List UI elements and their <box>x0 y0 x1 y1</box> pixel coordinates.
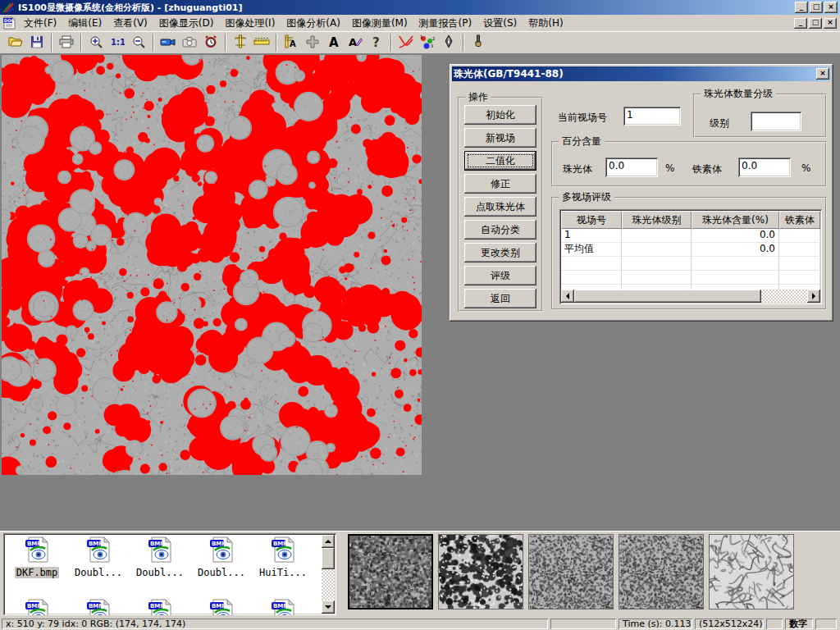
caliper-measure-button[interactable] <box>230 33 251 53</box>
print-button[interactable] <box>56 33 77 53</box>
file-item-row2-0[interactable]: BMP <box>7 599 67 615</box>
file-list-vscrollbar[interactable] <box>322 535 335 614</box>
timer-button[interactable] <box>200 33 221 53</box>
ruler-button[interactable] <box>251 33 272 53</box>
zoom-in-icon <box>89 35 103 51</box>
zoom-out-button[interactable] <box>128 33 149 53</box>
table-column-2[interactable]: 珠光体含量(%) <box>692 211 779 229</box>
zoom-out-icon <box>132 35 145 51</box>
help-button[interactable]: ? <box>366 33 387 53</box>
table-hscrollbar[interactable] <box>561 290 820 303</box>
file-item-4[interactable]: BMPHuiTi... <box>253 536 313 578</box>
op-button-4[interactable]: 点取珠光体 <box>464 197 536 217</box>
grade-group-legend: 珠光体数量分级 <box>701 88 776 100</box>
scroll-left-button[interactable] <box>561 290 574 303</box>
mdi-minimize-button[interactable]: _ <box>794 18 807 29</box>
menu-item-0[interactable]: 文件(F) <box>18 15 62 32</box>
file-item-row2-2[interactable]: BMP <box>130 599 190 615</box>
measure-annotate-button[interactable]: A <box>281 33 302 53</box>
table-row-1[interactable]: 平均值0.0 <box>561 243 820 257</box>
preview-thumbnail-0[interactable] <box>348 534 433 609</box>
dialog-titlebar[interactable]: 珠光体(GB/T9441-88) × <box>452 66 831 81</box>
scroll-right-button[interactable] <box>807 290 820 303</box>
snapshot-button[interactable] <box>179 33 200 53</box>
table-column-3[interactable]: 铁素体 <box>779 211 820 229</box>
table-row-2[interactable] <box>561 257 820 271</box>
window-titlebar: IS100显微摄像系统(金相分析版) - [zhuguangti01] _ □ … <box>0 0 840 15</box>
vscroll-track[interactable] <box>322 548 335 600</box>
scroll-down-button[interactable] <box>322 600 335 614</box>
application-window: IS100显微摄像系统(金相分析版) - [zhuguangti01] _ □ … <box>0 0 840 630</box>
op-button-3[interactable]: 修正 <box>464 174 536 194</box>
table-column-1[interactable]: 珠光体级别 <box>622 211 692 229</box>
pearlite-percent-input[interactable]: 0.0 <box>605 158 658 177</box>
text-tool-button[interactable]: A <box>323 33 345 53</box>
count-points-icon: 123 <box>419 34 436 52</box>
toolbar-separator <box>390 34 392 52</box>
table-row-3[interactable] <box>561 271 820 285</box>
maximize-button[interactable]: □ <box>810 2 823 13</box>
op-button-2[interactable]: 二值化 <box>464 151 536 171</box>
pen-tool-button[interactable] <box>438 33 459 53</box>
menu-items: 文件(F)编辑(E)查看(V)图像显示(D)图像处理(I)图像分析(A)图像测量… <box>18 15 569 32</box>
mdi-restore-button[interactable]: □ <box>809 18 822 29</box>
menu-item-1[interactable]: 编辑(E) <box>62 15 107 32</box>
svg-text:A: A <box>329 35 339 48</box>
file-item-row2-1[interactable]: BMP <box>68 599 129 615</box>
hscroll-thumb[interactable] <box>574 290 761 303</box>
op-button-5[interactable]: 自动分类 <box>464 220 536 240</box>
zoom-in-button[interactable] <box>85 33 107 53</box>
menu-item-9[interactable]: 帮助(H) <box>523 15 568 32</box>
menu-item-8[interactable]: 设置(S) <box>477 15 523 32</box>
menu-item-3[interactable]: 图像显示(D) <box>153 15 220 32</box>
save-button[interactable] <box>26 33 48 53</box>
menu-item-5[interactable]: 图像分析(A) <box>281 15 346 32</box>
close-button[interactable]: × <box>824 2 838 13</box>
actual-size-button[interactable]: 1:1 <box>107 33 128 53</box>
table-cell <box>779 271 820 284</box>
count-points-button[interactable]: 123 <box>417 33 438 53</box>
window-title: IS100显微摄像系统(金相分析版) - [zhuguangti01] <box>18 2 795 14</box>
op-button-7[interactable]: 评级 <box>464 266 536 285</box>
table-row-0[interactable]: 10.0 <box>561 229 820 243</box>
text-edit-button[interactable]: A <box>345 33 366 53</box>
hscroll-track[interactable] <box>574 290 807 303</box>
op-button-8[interactable]: 返回 <box>464 289 536 308</box>
preview-thumbnail-4[interactable] <box>709 534 794 609</box>
move-tool-button[interactable] <box>302 33 323 53</box>
menu-item-6[interactable]: 图像测量(M) <box>346 15 413 32</box>
file-item-row2-3[interactable]: BMP <box>191 599 252 615</box>
menu-item-2[interactable]: 查看(V) <box>107 15 153 32</box>
current-field-input[interactable]: 1 <box>623 107 681 126</box>
open-button[interactable] <box>5 33 26 53</box>
file-item-3[interactable]: BMPDoubl... <box>191 536 252 578</box>
table-cell: 0.0 <box>692 229 779 242</box>
table-column-0[interactable]: 视场号 <box>561 211 622 229</box>
preview-thumbnail-3[interactable] <box>619 534 704 609</box>
file-item-2[interactable]: BMPDoubl... <box>130 536 190 578</box>
menu-item-4[interactable]: 图像处理(I) <box>219 15 281 32</box>
mdi-close-button[interactable]: × <box>824 18 837 29</box>
brush-tool-button[interactable] <box>468 33 489 53</box>
file-item-0[interactable]: BMPDKF.bmp <box>7 536 67 578</box>
dialog-close-button[interactable]: × <box>816 68 829 80</box>
file-item-1[interactable]: BMPDoubl... <box>68 536 129 578</box>
preview-thumbnail-1[interactable] <box>438 534 523 609</box>
curve-tool-button[interactable] <box>395 33 417 53</box>
minimize-button[interactable]: _ <box>795 2 808 13</box>
ferrite-percent-input[interactable]: 0.0 <box>738 158 791 177</box>
op-button-1[interactable]: 新视场 <box>464 128 536 148</box>
op-button-0[interactable]: 初始化 <box>464 105 536 125</box>
grade-level-input[interactable] <box>751 112 801 131</box>
preview-thumbnail-2[interactable] <box>528 534 614 609</box>
vscroll-thumb[interactable] <box>322 548 335 569</box>
video-capture-button[interactable] <box>158 33 179 53</box>
scroll-up-button[interactable] <box>322 535 335 548</box>
menu-item-7[interactable]: 测量报告(P) <box>413 15 478 32</box>
file-label: Doubl... <box>135 567 185 578</box>
metallographic-image[interactable] <box>2 55 422 475</box>
text-a-icon: A <box>327 35 340 51</box>
file-item-row2-4[interactable]: BMP <box>253 599 313 615</box>
status-position: x: 510 y: 79 idx: 0 RGB: (174, 174, 174) <box>2 619 548 629</box>
op-button-6[interactable]: 更改类别 <box>464 243 536 262</box>
